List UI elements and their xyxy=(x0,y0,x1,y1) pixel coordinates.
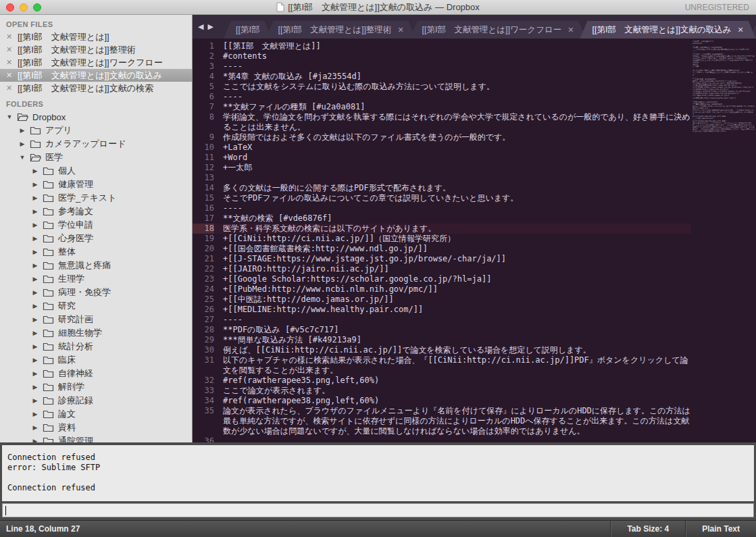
code-line[interactable]: 17**文献の検索 [#vde6876f] xyxy=(193,213,691,224)
folder-item[interactable]: ▶臨床 xyxy=(0,353,192,367)
code-line[interactable]: 13 xyxy=(193,173,691,183)
folder-item[interactable]: ▶無意識と疼痛 xyxy=(0,259,192,272)
chevron-right-icon[interactable]: ▶ xyxy=(32,370,39,377)
code-line[interactable]: 35論文が表示されたら、ブラウザのファイルメニューより『名前を付けて保存』により… xyxy=(193,406,691,436)
chevron-right-icon[interactable]: ▶ xyxy=(19,127,26,134)
code-line[interactable]: 11+Word xyxy=(193,153,691,163)
close-icon[interactable]: ✕ xyxy=(6,71,13,80)
code-line[interactable]: 14多くの文献は一般的に公開する際はPDF形式で配布されます。 xyxy=(193,183,691,193)
chevron-right-icon[interactable]: ▶ xyxy=(32,249,39,255)
chevron-right-icon[interactable]: ▶ xyxy=(19,140,26,147)
console-input[interactable] xyxy=(2,503,754,517)
folder-item[interactable]: ▶論文 xyxy=(0,407,192,421)
open-file-item[interactable]: ✕[[第I部 文献管理とは]]文献の取込み xyxy=(0,69,192,82)
code-line[interactable]: 6---- xyxy=(193,92,691,102)
tab-2[interactable]: [[第I部 文献管理とは]]整理術✕ xyxy=(266,21,415,39)
chevron-right-icon[interactable]: ▶ xyxy=(32,411,39,417)
folder-item[interactable]: ▶資料 xyxy=(0,421,192,434)
code-line[interactable]: 5ここでは文献をシステムに取り込む際の取込み方法について説明します。 xyxy=(193,82,691,92)
code-line[interactable]: 21+[[J-STAGE:https://www.jstage.jst.go.j… xyxy=(193,254,691,264)
code-line[interactable]: 29***簡単な取込み方法 [#k49213a9] xyxy=(193,335,691,345)
chevron-right-icon[interactable]: ▶ xyxy=(32,303,39,309)
code-area[interactable]: 1[[第I部 文献管理とは]]2#contents3----4*第4章 文献の取… xyxy=(193,39,756,442)
chevron-right-icon[interactable]: ▶ xyxy=(32,235,39,242)
chevron-right-icon[interactable]: ▶ xyxy=(32,222,39,228)
code-line[interactable]: 28**PDFの取込み [#v5c7c717] xyxy=(193,325,691,335)
code-line[interactable]: 4*第4章 文献の取込み [#ja23554d] xyxy=(193,72,691,82)
code-line[interactable]: 10+LaTeX xyxy=(193,143,691,153)
folder-item[interactable]: ▶細胞生物学 xyxy=(0,326,192,340)
tab-next-arrow-icon[interactable]: ▶ xyxy=(207,22,213,31)
folder-item[interactable]: ▶学位申請 xyxy=(0,218,192,232)
chevron-right-icon[interactable]: ▶ xyxy=(32,357,39,363)
chevron-right-icon[interactable]: ▶ xyxy=(32,343,39,350)
folder-item[interactable]: ▶個人 xyxy=(0,164,192,178)
code-line[interactable]: 16---- xyxy=(193,203,691,213)
chevron-right-icon[interactable]: ▶ xyxy=(32,181,39,188)
chevron-right-icon[interactable]: ▶ xyxy=(32,276,39,282)
chevron-right-icon[interactable]: ▶ xyxy=(32,168,39,174)
tab-4[interactable]: [[第I部 文献管理とは]]文献の取込み✕ xyxy=(580,21,755,39)
folder-item[interactable]: ▶通院管理 xyxy=(0,434,192,442)
code-line[interactable]: 25+[[中医誌:http://demo.jamas.or.jp/]] xyxy=(193,295,691,305)
close-icon[interactable]: ✕ xyxy=(6,58,13,67)
chevron-down-icon[interactable]: ▼ xyxy=(19,154,26,161)
folder-item[interactable]: ▶診療記録 xyxy=(0,394,192,407)
folder-item[interactable]: ▶アプリ xyxy=(0,124,192,137)
syntax-selector[interactable]: Plain Text xyxy=(685,521,756,537)
code-line[interactable]: 18医学系・科学系文献の検索には以下のサイトがあります。 xyxy=(193,224,691,234)
close-icon[interactable]: ✕ xyxy=(6,45,13,54)
code-line[interactable]: 30例えば、[[CiNii:http://ci.nii.ac.jp/]]で論文を… xyxy=(193,345,691,355)
close-icon[interactable]: ✕ xyxy=(6,32,13,41)
tab-1[interactable]: [[第I部 xyxy=(224,21,272,39)
code-line[interactable]: 33ここで論文が表示されます。 xyxy=(193,386,691,396)
code-line[interactable]: 34#ref(rawtherapee38.png,left,60%) xyxy=(193,396,691,406)
folder-item[interactable]: ▶整体 xyxy=(0,245,192,259)
tab-size-selector[interactable]: Tab Size: 4 xyxy=(610,521,685,537)
folder-item[interactable]: ▶解剖学 xyxy=(0,380,192,394)
open-file-item[interactable]: ✕[[第I部 文献管理とは]]整理術 xyxy=(0,43,192,56)
open-file-item[interactable]: ✕[[第I部 文献管理とは]]ワークフロー xyxy=(0,56,192,69)
code-line[interactable]: 27---- xyxy=(193,315,691,325)
chevron-right-icon[interactable]: ▶ xyxy=(32,316,39,323)
folder-item[interactable]: ▶研究計画 xyxy=(0,313,192,326)
code-line[interactable]: 2#contents xyxy=(193,51,691,61)
chevron-right-icon[interactable]: ▶ xyxy=(32,384,39,390)
chevron-right-icon[interactable]: ▶ xyxy=(32,424,39,431)
folder-item[interactable]: ▶健康管理 xyxy=(0,178,192,191)
folder-item[interactable]: ▶統計分析 xyxy=(0,340,192,353)
folder-item[interactable]: ▶研究 xyxy=(0,299,192,313)
code-line[interactable]: 24+[[PubMed:http://www.ncbi.nlm.nih.gov/… xyxy=(193,284,691,295)
tab-3[interactable]: [[第I部 文献管理とは]]ワークフロー✕ xyxy=(410,21,586,39)
chevron-right-icon[interactable]: ▶ xyxy=(32,262,39,269)
folder-item[interactable]: ▼Dropbox xyxy=(0,110,192,124)
chevron-right-icon[interactable]: ▶ xyxy=(32,208,39,215)
chevron-down-icon[interactable]: ▼ xyxy=(6,113,13,120)
chevron-right-icon[interactable]: ▶ xyxy=(32,397,39,404)
close-icon[interactable]: ✕ xyxy=(737,26,743,34)
folder-item[interactable]: ▶自律神経 xyxy=(0,367,192,380)
code-line[interactable]: 19+[[CiNii:http://ci.nii.ac.jp/]]（国立情報学研… xyxy=(193,234,691,244)
close-icon[interactable]: ✕ xyxy=(568,26,574,34)
chevron-right-icon[interactable]: ▶ xyxy=(32,330,39,336)
close-icon[interactable]: ✕ xyxy=(6,84,13,93)
chevron-right-icon[interactable]: ▶ xyxy=(32,289,39,296)
code-line[interactable]: 31以下のキャプチャの様に検索結果が表示された場合、『[[CiNii:http:… xyxy=(193,355,691,376)
code-line[interactable]: 15そこでPDFファイルの取込みについてこの章では説明していきたいと思います。 xyxy=(193,193,691,203)
folder-item[interactable]: ▶カメラアップロード xyxy=(0,137,192,151)
code-line[interactable]: 32#ref(rawtherapee35.png,left,60%) xyxy=(193,376,691,386)
code-line[interactable]: 3---- xyxy=(193,61,691,72)
code-line[interactable]: 7**文献ファイルの種類 [#u2a0a081] xyxy=(193,102,691,112)
code-line[interactable]: 9作成段階ではおよそ多くの文献は以下のファイル書式を使うのが一般的です。 xyxy=(193,132,691,143)
code-line[interactable]: 20+[[国会図書館蔵書検索:http://www.ndl.go.jp/]] xyxy=(193,244,691,254)
close-icon[interactable]: ✕ xyxy=(397,26,403,34)
minimap[interactable]: [[第I部 文献管理とは]] #contents ---- *第4章 文献の取込… xyxy=(692,41,755,442)
folder-item[interactable]: ▶医学_テキスト xyxy=(0,191,192,205)
open-file-item[interactable]: ✕[[第I部 文献管理とは]] xyxy=(0,30,192,43)
code-line[interactable]: 8学術論文、学位論文を問わず文献を執筆する際にはそれぞれの学会や大学で規定されて… xyxy=(193,112,691,132)
code-line[interactable]: 26+[[MEDLINE:http://www.healthy.pair.com… xyxy=(193,305,691,315)
open-file-item[interactable]: ✕[[第I部 文献管理とは]]文献の検索 xyxy=(0,82,192,95)
code-line[interactable]: 1[[第I部 文献管理とは]] xyxy=(193,41,691,51)
folder-item[interactable]: ▶参考論文 xyxy=(0,205,192,218)
chevron-right-icon[interactable]: ▶ xyxy=(32,195,39,201)
